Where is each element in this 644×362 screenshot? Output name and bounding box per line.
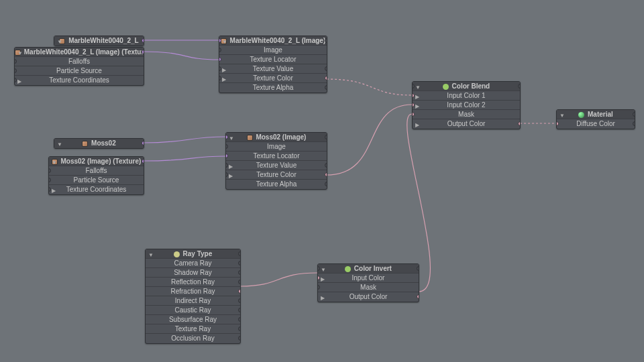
node-header[interactable]: ▼ Ray Type	[146, 249, 240, 259]
node-row[interactable]: Caustic Ray	[146, 306, 240, 315]
input-port[interactable]	[15, 59, 17, 64]
input-port[interactable]	[318, 276, 320, 280]
node-row[interactable]: Texture Locator	[226, 152, 327, 161]
node-row[interactable]: Reflection Ray	[146, 278, 240, 287]
input-port[interactable]	[318, 285, 320, 290]
input-port[interactable]	[413, 84, 415, 88]
node-row[interactable]: Texture Alpha	[219, 83, 327, 93]
node-row[interactable]: Texture Locator	[219, 55, 327, 64]
expand-icon[interactable]: ▶	[321, 275, 325, 283]
node-row[interactable]: Texture Alpha	[226, 180, 327, 189]
input-port[interactable]	[49, 168, 51, 173]
output-port[interactable]	[417, 294, 419, 299]
output-port[interactable]	[325, 66, 327, 71]
node-row[interactable]: ▶Texture Color	[219, 74, 327, 83]
node-row[interactable]: ▶Input Color 1	[413, 91, 520, 101]
node-row[interactable]: Image	[219, 46, 327, 55]
collapse-icon[interactable]: ▼	[559, 111, 565, 119]
output-port[interactable]	[238, 270, 240, 275]
output-port[interactable]	[238, 317, 240, 322]
input-port[interactable]	[219, 57, 221, 62]
input-port[interactable]	[226, 163, 228, 168]
node-header[interactable]: ▼ Color Blend	[413, 82, 520, 91]
collapse-icon[interactable]: ▼	[52, 158, 57, 166]
expand-icon[interactable]: ▶	[17, 77, 21, 85]
output-port[interactable]	[238, 251, 240, 256]
output-port[interactable]	[238, 261, 240, 265]
output-port[interactable]	[238, 308, 240, 312]
input-port[interactable]	[15, 78, 17, 82]
node-header[interactable]: ▼ MarbleWhite0040_2_L (Image) (Texture)	[15, 48, 144, 57]
expand-icon[interactable]: ▶	[415, 102, 419, 110]
node-moss-image[interactable]: ▼ Moss02 (Image) Image Texture Locator ▶…	[225, 132, 327, 190]
input-port[interactable]	[413, 103, 415, 107]
node-header[interactable]: ▼ MarbleWhite0040_2_L	[54, 36, 144, 46]
expand-icon[interactable]: ▶	[222, 66, 226, 74]
input-port[interactable]	[226, 144, 228, 149]
input-port[interactable]	[226, 154, 228, 158]
collapse-icon[interactable]: ▼	[148, 251, 154, 259]
output-port[interactable]	[325, 76, 327, 80]
output-port[interactable]	[142, 50, 144, 54]
node-color-blend[interactable]: ▼ Color Blend ▶Input Color 1 ▶Input Colo…	[412, 81, 521, 129]
output-port[interactable]	[633, 112, 635, 117]
input-port[interactable]	[49, 187, 51, 192]
input-port[interactable]	[219, 76, 221, 80]
input-port[interactable]	[226, 135, 228, 139]
output-port[interactable]	[518, 121, 520, 126]
node-row[interactable]: Mask	[413, 110, 520, 119]
collapse-icon[interactable]: ▼	[57, 38, 62, 46]
output-port[interactable]	[238, 298, 240, 303]
node-header[interactable]: ▼ Material	[557, 110, 635, 119]
collapse-icon[interactable]: ▼	[321, 265, 326, 274]
node-row[interactable]: Image	[226, 142, 327, 152]
output-port[interactable]	[238, 326, 240, 331]
input-port[interactable]	[15, 68, 17, 73]
output-port[interactable]	[238, 336, 240, 341]
node-row[interactable]: Camera Ray	[146, 259, 240, 268]
output-port[interactable]	[238, 289, 240, 294]
node-material[interactable]: ▼ Material Diffuse Color	[556, 109, 635, 129]
node-header[interactable]: ▼ Moss02	[54, 139, 144, 148]
node-row[interactable]: Particle Source	[49, 176, 144, 185]
node-row[interactable]: Shadow Ray	[146, 268, 240, 278]
node-header[interactable]: ▼ Moss02 (Image) (Texture)	[49, 157, 144, 166]
output-port[interactable]	[633, 121, 635, 126]
node-row[interactable]: Indirect Ray	[146, 296, 240, 306]
expand-icon[interactable]: ▶	[229, 172, 233, 180]
node-row[interactable]: Particle Source	[15, 66, 144, 76]
node-row[interactable]: Subsurface Ray	[146, 315, 240, 324]
node-ray-type[interactable]: ▼ Ray Type Camera Ray Shadow Ray Reflect…	[145, 249, 241, 344]
output-port[interactable]	[142, 159, 144, 164]
expand-icon[interactable]: ▶	[229, 162, 233, 170]
node-row[interactable]: ▶Texture Coordinates	[15, 76, 144, 85]
node-row[interactable]: ▶Texture Value	[219, 64, 327, 74]
node-row[interactable]: ▶Texture Color	[226, 170, 327, 180]
expand-icon[interactable]: ▶	[321, 294, 325, 302]
collapse-icon[interactable]: ▼	[57, 140, 62, 148]
node-row[interactable]: Diffuse Color	[557, 119, 635, 129]
output-port[interactable]	[325, 135, 327, 139]
output-port[interactable]	[238, 280, 240, 284]
output-port[interactable]	[325, 182, 327, 186]
input-port[interactable]	[49, 178, 51, 182]
output-port[interactable]	[518, 84, 520, 88]
node-row[interactable]: Occlusion Ray	[146, 334, 240, 343]
output-port[interactable]	[142, 141, 144, 145]
node-marble-image[interactable]: ▼ MarbleWhite0040_2_L (Image) Image Text…	[219, 36, 327, 93]
input-port[interactable]	[226, 172, 228, 177]
node-moss-texture[interactable]: ▼ Moss02 (Image) (Texture) Falloffs Part…	[48, 156, 144, 195]
node-marble-texture[interactable]: ▼ MarbleWhite0040_2_L (Image) (Texture) …	[14, 47, 144, 86]
node-marble-clip[interactable]: ▼ MarbleWhite0040_2_L	[54, 36, 144, 46]
output-port[interactable]	[417, 266, 419, 271]
node-row[interactable]: Falloffs	[15, 57, 144, 66]
node-row[interactable]: ▶Texture Value	[226, 161, 327, 170]
node-row[interactable]: Refraction Ray	[146, 287, 240, 296]
output-port[interactable]	[325, 163, 327, 168]
input-port[interactable]	[219, 66, 221, 71]
node-header[interactable]: ▼ Moss02 (Image)	[226, 133, 327, 142]
node-moss-clip[interactable]: ▼ Moss02	[54, 138, 144, 149]
collapse-icon[interactable]: ▼	[17, 49, 23, 57]
output-port[interactable]	[142, 38, 144, 43]
input-port[interactable]	[557, 121, 559, 126]
